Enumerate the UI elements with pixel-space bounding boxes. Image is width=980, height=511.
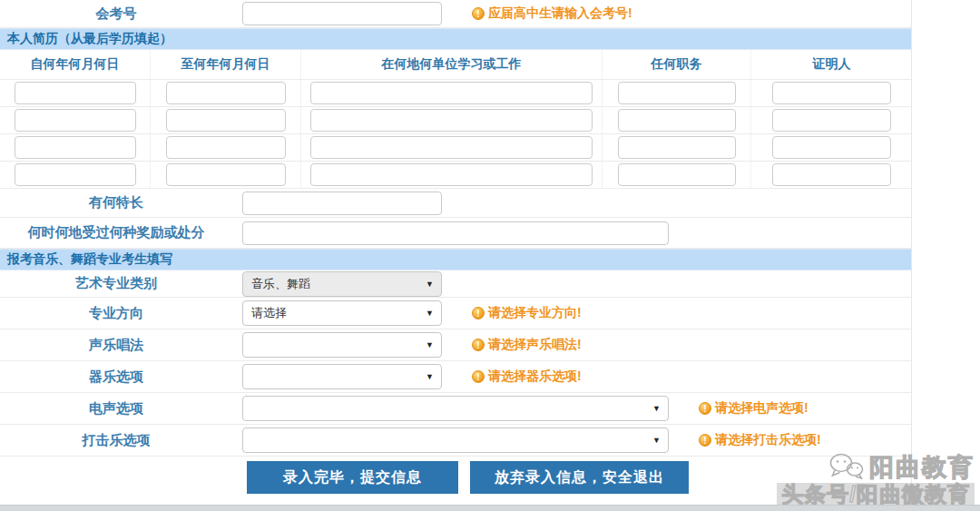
chevron-down-icon: ▼ xyxy=(652,437,661,445)
history-position-input[interactable] xyxy=(618,109,736,132)
instrument-option-row: 器乐选项 ▼ ! 请选择器乐选项! xyxy=(0,361,911,393)
history-to-date-input[interactable] xyxy=(166,163,286,186)
chevron-down-icon: ▼ xyxy=(426,310,434,318)
history-witness-input[interactable] xyxy=(772,163,891,186)
resume-section-header: 本人简历（从最后学历填起） xyxy=(0,28,911,50)
electroacoustic-option-select[interactable]: ▼ xyxy=(242,396,669,421)
history-from-date-input[interactable] xyxy=(15,163,136,186)
history-witness-input[interactable] xyxy=(772,109,891,132)
major-direction-select[interactable]: 请选择 ▼ xyxy=(242,300,442,326)
history-place-input[interactable] xyxy=(310,163,593,186)
horizontal-scrollbar[interactable] xyxy=(0,505,980,511)
major-direction-row: 专业方向 请选择 ▼ ! 请选择专业方向! xyxy=(0,298,911,329)
history-from-date-input[interactable] xyxy=(15,109,136,132)
specialty-input[interactable] xyxy=(242,192,442,215)
header-cell-place: 在何地何单位学习或工作 xyxy=(301,50,603,79)
exam-number-hint: ! 应届高中生请输入会考号! xyxy=(472,5,632,22)
vocal-method-select[interactable]: ▼ xyxy=(242,332,442,358)
music-section-title: 报考音乐、舞蹈专业考生填写 xyxy=(7,251,172,268)
vocal-method-row: 声乐唱法 ▼ ! 请选择声乐唱法! xyxy=(0,329,911,361)
history-position-input[interactable] xyxy=(618,136,736,159)
history-witness-input[interactable] xyxy=(772,82,891,104)
history-position-input[interactable] xyxy=(618,82,736,104)
registration-form-page: 会考号 ! 应届高中生请输入会考号! 本人简历（从最后学历填起） 自何年何月何日… xyxy=(0,0,980,511)
instrument-option-select[interactable]: ▼ xyxy=(242,364,442,389)
history-to-date-input[interactable] xyxy=(166,109,286,132)
instrument-option-label: 器乐选项 xyxy=(89,369,143,386)
chevron-down-icon: ▼ xyxy=(426,280,434,288)
specialty-label: 有何特长 xyxy=(89,194,143,211)
chevron-down-icon: ▼ xyxy=(426,341,434,349)
chevron-down-icon: ▼ xyxy=(652,405,661,413)
history-place-input[interactable] xyxy=(310,136,593,159)
alert-icon: ! xyxy=(472,339,485,351)
alert-icon: ! xyxy=(472,370,485,383)
art-category-row: 艺术专业类别 音乐、舞蹈 ▼ xyxy=(0,270,911,298)
history-to-date-input[interactable] xyxy=(166,82,286,104)
header-cell-position: 任何职务 xyxy=(603,50,751,79)
major-direction-label: 专业方向 xyxy=(89,305,143,322)
history-row-1 xyxy=(0,80,911,107)
art-category-label: 艺术专业类别 xyxy=(75,275,157,292)
exam-number-input[interactable] xyxy=(242,2,442,25)
history-place-input[interactable] xyxy=(310,109,593,132)
percussion-option-row: 打击乐选项 ▼ ! 请选择打击乐选项! xyxy=(0,425,911,457)
award-label: 何时何地受过何种奖励或处分 xyxy=(28,224,205,241)
history-row-2 xyxy=(0,107,911,134)
percussion-option-label: 打击乐选项 xyxy=(83,432,151,449)
resume-section-title: 本人简历（从最后学历填起） xyxy=(7,31,172,47)
chevron-down-icon: ▼ xyxy=(426,373,434,381)
history-witness-input[interactable] xyxy=(772,136,891,159)
percussion-option-hint: ! 请选择打击乐选项! xyxy=(699,432,821,448)
registration-form: 会考号 ! 应届高中生请输入会考号! 本人简历（从最后学历填起） 自何年何月何日… xyxy=(0,0,912,498)
alert-icon: ! xyxy=(699,402,711,415)
history-place-input[interactable] xyxy=(310,82,593,104)
history-table-header: 自何年何月何日 至何年何月何日 在何地何单位学习或工作 任何职务 证明人 xyxy=(0,50,911,80)
header-cell-to-date: 至何年何月何日 xyxy=(151,50,301,79)
specialty-row: 有何特长 xyxy=(0,189,911,218)
form-actions: 录入完毕，提交信息 放弃录入信息，安全退出 xyxy=(0,457,911,498)
hint-text: 应届高中生请输入会考号! xyxy=(488,5,632,22)
cancel-exit-button[interactable]: 放弃录入信息，安全退出 xyxy=(470,461,689,494)
history-from-date-input[interactable] xyxy=(15,136,136,159)
percussion-option-select[interactable]: ▼ xyxy=(242,427,669,453)
history-row-4 xyxy=(0,162,911,189)
vocal-method-label: 声乐唱法 xyxy=(89,337,143,354)
award-row: 何时何地受过何种奖励或处分 xyxy=(0,218,911,249)
music-section-header: 报考音乐、舞蹈专业考生填写 xyxy=(0,249,911,270)
history-row-3 xyxy=(0,134,911,162)
history-to-date-input[interactable] xyxy=(166,136,286,159)
alert-icon: ! xyxy=(699,434,711,447)
history-position-input[interactable] xyxy=(618,163,736,186)
history-from-date-input[interactable] xyxy=(15,82,136,104)
vocal-method-hint: ! 请选择声乐唱法! xyxy=(472,337,582,353)
exam-number-row: 会考号 ! 应届高中生请输入会考号! xyxy=(0,0,911,28)
header-cell-from-date: 自何年何月何日 xyxy=(0,50,151,79)
major-direction-hint: ! 请选择专业方向! xyxy=(472,305,582,321)
instrument-option-hint: ! 请选择器乐选项! xyxy=(472,369,582,385)
alert-icon: ! xyxy=(472,307,485,319)
electroacoustic-option-row: 电声选项 ▼ ! 请选择电声选项! xyxy=(0,393,911,425)
electroacoustic-option-label: 电声选项 xyxy=(89,400,143,418)
submit-button[interactable]: 录入完毕，提交信息 xyxy=(247,461,458,494)
award-input[interactable] xyxy=(242,221,669,245)
header-cell-witness: 证明人 xyxy=(751,50,912,79)
art-category-select[interactable]: 音乐、舞蹈 ▼ xyxy=(242,271,442,297)
exam-number-label-cell: 会考号 xyxy=(0,5,232,23)
electroacoustic-option-hint: ! 请选择电声选项! xyxy=(699,400,808,417)
alert-icon: ! xyxy=(472,7,485,20)
exam-number-label: 会考号 xyxy=(96,5,137,23)
